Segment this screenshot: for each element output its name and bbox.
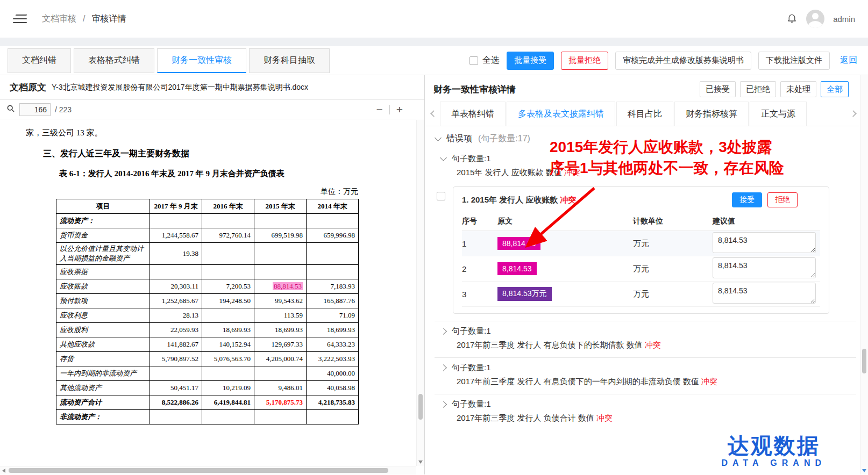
error-group-header[interactable]: 句子数量:1 — [431, 358, 859, 374]
zoom-in-button[interactable]: + — [396, 104, 403, 115]
main-area: 文档原文 Y-3北京城建投资发展股份有限公司2017年度第一期中期票据募集说明书… — [0, 75, 868, 474]
complete-review-button[interactable]: 审核完成并生成修改版募集说明书 — [615, 52, 751, 70]
document-canvas: 家，三级公司 13 家。 三、发行人近三年及一期主要财务数据 表 6-1：发行人… — [0, 119, 424, 474]
error-description-text: 2015年 发行人 应收账款 数值 — [457, 168, 562, 177]
filter-pending[interactable]: 未处理 — [780, 81, 816, 97]
row-value: 40,000.00 — [307, 366, 359, 381]
avatar[interactable] — [806, 10, 824, 28]
select-all-label: 全选 — [482, 55, 500, 66]
batch-accept-button[interactable]: 批量接受 — [507, 52, 554, 70]
row-index: 3 — [462, 290, 497, 299]
original-value-chip[interactable]: 88,814.53 — [497, 237, 540, 250]
chevron-right-icon[interactable] — [440, 401, 447, 408]
col-original: 原文 — [497, 217, 633, 226]
page-number-input[interactable] — [19, 103, 51, 116]
unit-value: 万元 — [633, 239, 713, 249]
sentence-count-label: 句子数量:1 — [452, 154, 491, 164]
zoom-out-button[interactable]: − — [376, 104, 382, 115]
table-row: 存货 5,790,897.52 5,076,563.70 4,205,000.7… — [56, 352, 359, 366]
review-body: 错误项 (句子数量:17) 句子数量:1 2015年 发行人 应收账款 数值 冲… — [425, 126, 868, 474]
table-row: 应收账款 20,303.11 7,200.53 88,814.53 7,183.… — [56, 279, 359, 294]
sidebar-toggle-icon[interactable] — [13, 13, 27, 24]
row-value: 1,244,558.67 — [150, 228, 202, 243]
filter-rejected[interactable]: 已拒绝 — [740, 81, 776, 97]
datagrand-logo: 达观数据 DATA GRAND — [721, 434, 826, 468]
tab-financial-consistency[interactable]: 财务一致性审核 — [157, 48, 246, 73]
tab-document-correction[interactable]: 文档纠错 — [8, 48, 71, 73]
conflict-table-row: 1 88,814.53 万元 — [462, 231, 820, 256]
document-panel: 文档原文 Y-3北京城建投资发展股份有限公司2017年度第一期中期票据募集说明书… — [0, 75, 425, 474]
suggested-value-input[interactable] — [713, 232, 816, 253]
row-value — [202, 243, 254, 265]
row-value: 4,205,000.74 — [254, 352, 307, 366]
tab-financial-indicator-check[interactable]: 财务指标核算 — [674, 102, 749, 126]
select-all-checkbox[interactable] — [469, 56, 478, 65]
sentence-count-total: (句子数量:17) — [478, 133, 530, 145]
document-header: 文档原文 Y-3北京城建投资发展股份有限公司2017年度第一期中期票据募集说明书… — [0, 75, 424, 100]
tab-multi-table-disclosure-correction[interactable]: 多表格及表文披露纠错 — [507, 102, 615, 126]
notification-bell-icon[interactable] — [786, 12, 798, 26]
error-group-collapsed: 句子数量:1 2017年前三季度 发行人 有息负债下的一年内到期的非流动负债 数… — [431, 357, 859, 387]
scrollbar-thumb[interactable] — [9, 468, 388, 473]
row-value: 1,252,685.67 — [150, 294, 202, 308]
reject-button[interactable]: 拒绝 — [767, 192, 798, 207]
row-value — [150, 366, 202, 381]
row-value — [307, 265, 359, 279]
row-value: 99,543.62 — [254, 294, 307, 308]
zoom-controls: − + — [376, 104, 403, 115]
error-group-header[interactable]: 句子数量:1 — [431, 321, 859, 337]
scroll-down-arrow-icon[interactable] — [862, 469, 866, 472]
row-label: 非流动资产： — [56, 410, 150, 424]
filter-accepted[interactable]: 已接受 — [700, 81, 736, 97]
column-header: 2015 年末 — [254, 199, 307, 214]
tab-subject-proportion[interactable]: 科目占比 — [616, 102, 673, 126]
error-description-text: 2017年前三季度 发行人 有息负债下的一年内到期的非流动负债 数值 — [457, 377, 699, 386]
username-label: admin — [833, 15, 855, 24]
tab-single-table-correction[interactable]: 单表格纠错 — [440, 102, 506, 126]
original-value-chip[interactable]: 8,814.53 — [497, 262, 537, 275]
row-value: 19.38 — [150, 243, 202, 265]
table-row: 流动资产： — [56, 214, 359, 228]
download-annotated-button[interactable]: 下载批注版文件 — [758, 52, 830, 70]
collapsed-groups: 句子数量:1 2017年前三季度 发行人 有息负债下的长期借款 数值 冲突 句子… — [431, 321, 859, 423]
error-item-checkbox[interactable] — [437, 192, 445, 200]
highlighted-value: 88,814.53 — [273, 282, 303, 290]
suggested-value-input[interactable] — [713, 257, 816, 278]
scroll-down-arrow-icon[interactable] — [418, 460, 423, 464]
chevron-right-icon[interactable] — [440, 328, 447, 335]
suggested-value-input[interactable] — [713, 283, 816, 304]
review-toolbar: 文档纠错 表格格式纠错 财务一致性审核 财务科目抽取 全选 批量接受 批量拒绝 … — [0, 46, 868, 75]
magnifier-icon[interactable] — [6, 104, 15, 115]
accept-button[interactable]: 接受 — [732, 192, 762, 207]
chevron-right-icon[interactable] — [440, 364, 447, 371]
row-label: 其他应收款 — [56, 337, 150, 352]
scroll-left-arrow-icon[interactable] — [2, 469, 5, 473]
back-button[interactable]: 返回 — [837, 52, 860, 70]
row-value: 113.59 — [254, 308, 307, 323]
tab-scroll-left-icon[interactable] — [427, 102, 440, 126]
document-vertical-scrollbar[interactable] — [416, 120, 424, 466]
review-vertical-scrollbar[interactable] — [860, 75, 868, 474]
error-group-header[interactable]: 句子数量:1 — [431, 394, 859, 411]
breadcrumb-root[interactable]: 文档审核 — [42, 13, 76, 25]
scrollbar-thumb[interactable] — [418, 394, 423, 420]
row-index: 2 — [462, 264, 497, 274]
original-value-chip[interactable]: 8,814.53万元 — [497, 287, 552, 301]
chevron-down-icon[interactable] — [435, 134, 442, 141]
table-row: 流动资产合计 8,522,886.26 6,419,844.81 5,170,8… — [56, 395, 359, 410]
batch-reject-button[interactable]: 批量拒绝 — [561, 52, 608, 70]
tab-financial-subject-extraction[interactable]: 财务科目抽取 — [249, 48, 330, 73]
error-description: 2017年前三季度 发行人 有息负债下的一年内到期的非流动负债 数值 冲突 — [457, 377, 859, 387]
tab-scroll-right-icon[interactable] — [846, 102, 859, 126]
document-horizontal-scrollbar[interactable] — [0, 466, 416, 474]
row-value: 3,222,503.93 — [307, 352, 359, 366]
filter-all[interactable]: 全部 — [821, 81, 849, 97]
tab-table-format-correction[interactable]: 表格格式纠错 — [74, 48, 154, 73]
scrollbar-thumb[interactable] — [862, 349, 866, 373]
tab-body-vs-source[interactable]: 正文与源 — [750, 102, 807, 126]
chevron-down-icon[interactable] — [440, 154, 447, 161]
table-row: 应收股利 22,059.93 18,699.93 18,699.93 18,69… — [56, 323, 359, 337]
row-value: 50,451.17 — [150, 381, 202, 395]
status-filters: 已接受 已拒绝 未处理 全部 — [700, 81, 849, 97]
document-section-heading: 三、发行人近三年及一期主要财务数据 — [43, 148, 406, 160]
